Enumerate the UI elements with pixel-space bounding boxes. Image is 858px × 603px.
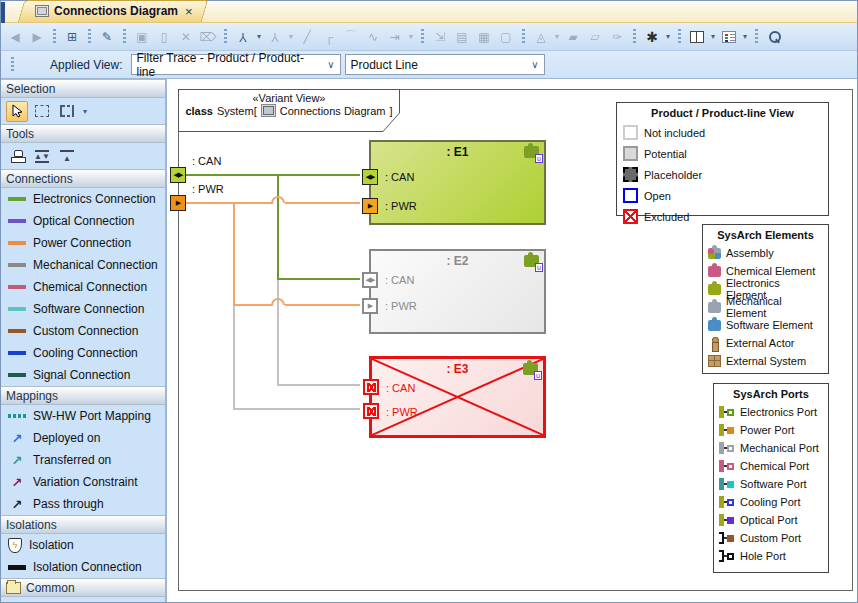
excluded-can-wire-branch[interactable] [277,280,279,384]
group-select-button[interactable] [56,101,78,122]
e1-pwr-port[interactable]: ▶ [362,198,378,214]
window-layout-caret[interactable]: ▾ [709,32,717,41]
tab-close-icon[interactable]: × [183,4,195,19]
section-connections[interactable]: Connections [1,169,165,188]
search-icon[interactable] [764,27,784,47]
refresh-style-icon[interactable]: ✑ [607,27,627,47]
palette-variation-constraint[interactable]: ↗Variation Constraint [1,471,165,493]
paint-tool-caret[interactable]: ▾ [553,32,561,41]
containment-tree-icon[interactable]: ⊞ [62,27,82,47]
e2-pwr-port[interactable]: ▶ [362,298,378,314]
palette-transferred-on[interactable]: ↗Transferred on [1,449,165,471]
select-cursor-button[interactable] [6,101,28,122]
toolbar-grip[interactable] [11,57,14,73]
toolbar-grip[interactable] [522,29,525,45]
palette-isolation-connection[interactable]: Isolation Connection [1,556,165,578]
rectilinear-path-icon[interactable]: ┌ [319,27,339,47]
tab-connections-diagram[interactable]: Connections Diagram × [21,0,205,22]
toolbar-grip[interactable] [53,29,56,45]
palette-pass-through[interactable]: ↗Pass through [1,493,165,515]
toolbar-grip[interactable] [755,29,758,45]
pwr-wire[interactable] [285,202,360,204]
pwr-wire-to-e2[interactable] [233,304,273,306]
excluded-can-wire-to-e3[interactable] [277,384,360,386]
toolbar-grip[interactable] [421,29,424,45]
oblique-path-icon[interactable]: ╱ [297,27,317,47]
send-backward-icon[interactable]: ▱ [585,27,605,47]
block-e1[interactable]: : E1 u ◀▶ : CAN ▶ : PWR [369,140,546,225]
frame-can-port[interactable]: ◀▶ [170,167,186,183]
palette-software-connection[interactable]: Software Connection [1,298,165,320]
image-shape-icon[interactable]: ▦ [474,27,494,47]
palette-electronics-connection[interactable]: Electronics Connection [1,188,165,210]
can-bus-wire-branch[interactable] [277,174,279,279]
delete-from-view-icon[interactable]: ⌦ [198,27,218,47]
paint-tool-icon[interactable]: ◬ [531,27,551,47]
diagram-canvas[interactable]: «Variant View» class System[ Connections… [167,79,857,602]
applied-view-select[interactable]: Filter Trace - Product / Product-line ∨ [131,54,341,75]
nav-forward-icon[interactable]: ▶ [27,27,47,47]
palette-optical-connection[interactable]: Optical Connection [1,210,165,232]
copy-icon[interactable]: ▣ [132,27,152,47]
toolbar-grip[interactable] [88,29,91,45]
legend-sysarch-ports[interactable]: SysArch Ports Electronics Port Power Por… [713,383,829,573]
toolbar-grip[interactable] [678,29,681,45]
bring-forward-icon[interactable]: ▰ [563,27,583,47]
excluded-pwr-wire-to-e3[interactable] [233,408,360,410]
snap-path-icon[interactable]: ⇥ [385,27,405,47]
pwr-wire-to-e2[interactable] [285,304,360,306]
marquee-select-button[interactable] [31,101,53,122]
layout-hierarchy-icon[interactable]: Y [233,27,253,47]
nav-back-icon[interactable]: ◀ [5,27,25,47]
stamper-tool-button[interactable] [6,146,28,167]
gear-icon[interactable]: ✱ [642,27,662,47]
quick-layout-caret[interactable]: ▾ [287,32,295,41]
can-wire-to-e2[interactable] [277,278,360,280]
block-e2[interactable]: : E2 u ◀▶ : CAN ▶ : PWR [369,249,546,334]
palette-custom-connection[interactable]: Custom Connection [1,320,165,342]
bezier-path-icon[interactable]: ⌒ [341,27,361,47]
snap-path-caret[interactable]: ▾ [407,32,415,41]
legend-product-view[interactable]: Product / Product-line View Not included… [616,102,829,216]
palette-cooling-connection[interactable]: Cooling Connection [1,342,165,364]
frame-pwr-port[interactable]: ▶ [170,195,186,211]
toolbar-grip[interactable] [633,29,636,45]
palette-signal-connection[interactable]: Signal Connection [1,364,165,386]
quick-layout-icon[interactable]: Y [265,27,285,47]
palette-sw-hw-port-mapping[interactable]: SW-HW Port Mapping [1,405,165,427]
palette-deployed-on[interactable]: ↗Deployed on [1,427,165,449]
pwr-wire[interactable] [186,202,273,204]
window-layout-icon[interactable] [687,27,707,47]
gear-dropdown-caret[interactable]: ▾ [664,32,672,41]
block-e3[interactable]: : E3 u : CAN : PWR [369,356,546,438]
section-tools[interactable]: Tools [1,124,165,143]
split-horizontally-button[interactable]: ▲▼ [31,146,53,167]
section-mappings[interactable]: Mappings [1,386,165,405]
legend-sysarch-elements[interactable]: SysArch Elements Assembly Chemical Eleme… [702,224,829,374]
specification-icon[interactable]: ✎ [97,27,117,47]
paste-icon[interactable]: ▯ [154,27,174,47]
show-frame-icon[interactable]: ▢ [496,27,516,47]
section-common[interactable]: Common [1,578,165,597]
section-isolations[interactable]: Isolations [1,515,165,534]
layout-dropdown-caret[interactable]: ▾ [255,32,263,41]
palette-mechanical-connection[interactable]: Mechanical Connection [1,254,165,276]
palette-isolation[interactable]: ϟIsolation [1,534,165,556]
pwr-wire-branch[interactable] [233,202,235,306]
autosize-icon[interactable]: ⇲ [430,27,450,47]
variant-select[interactable]: Product Line ∨ [345,54,545,75]
palette-chemical-connection[interactable]: Chemical Connection [1,276,165,298]
e3-can-port[interactable] [363,379,379,395]
palette-power-connection[interactable]: Power Connection [1,232,165,254]
toolbar-grip[interactable] [123,29,126,45]
e2-can-port[interactable]: ◀▶ [362,272,378,288]
grid-icon[interactable]: ▤ [452,27,472,47]
legend-list-icon[interactable] [719,27,739,47]
e3-pwr-port[interactable] [363,403,379,419]
toolbar-grip[interactable] [224,29,227,45]
spline-path-icon[interactable]: ∿ [363,27,383,47]
selection-more-caret[interactable]: ▾ [81,107,89,116]
delete-icon[interactable]: ✕ [176,27,196,47]
section-selection[interactable]: Selection [1,79,165,98]
legend-list-caret[interactable]: ▾ [741,32,749,41]
